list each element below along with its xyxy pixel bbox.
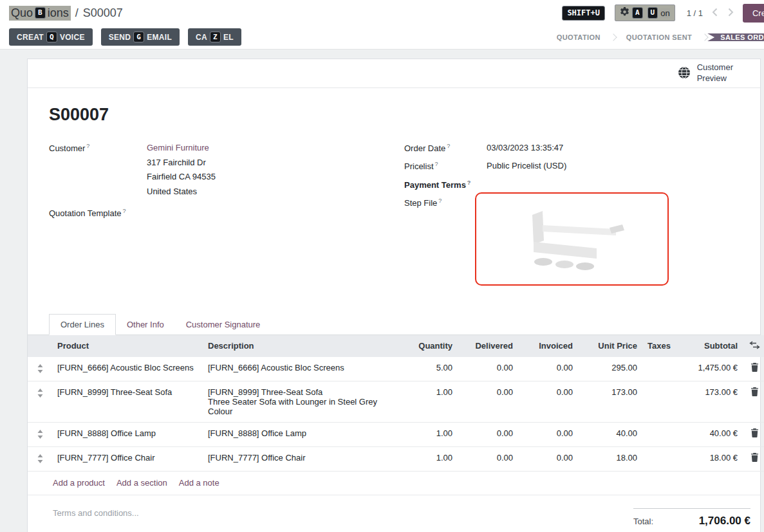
trash-icon — [750, 389, 759, 398]
drag-handle[interactable] — [28, 446, 52, 471]
drag-handle[interactable] — [28, 357, 52, 381]
keyboard-hint-g: G — [133, 32, 144, 43]
delivered-cell[interactable]: 0.00 — [458, 381, 518, 422]
quantity-cell[interactable]: 1.00 — [396, 446, 458, 471]
tab-customer-signature[interactable]: Customer Signature — [175, 315, 272, 335]
breadcrumb-current-record: S00007 — [83, 6, 123, 20]
product-cell[interactable]: [FURN_8888] Office Lamp — [52, 422, 203, 446]
invoiced-cell[interactable]: 0.00 — [518, 357, 578, 381]
product-cell[interactable]: [FURN_8999] Three-Seat Sofa — [52, 381, 203, 422]
order-line-row[interactable]: [FURN_6666] Acoustic Bloc Screens [FURN_… — [28, 357, 764, 381]
invoiced-cell[interactable]: 0.00 — [518, 422, 578, 446]
taxes-cell[interactable] — [642, 381, 672, 422]
optional-columns-button[interactable] — [743, 335, 764, 357]
quantity-cell[interactable]: 5.00 — [396, 357, 458, 381]
sheet-footer: Terms and conditions... Total: 1,706.00 … — [28, 495, 760, 527]
terms-and-conditions-placeholder[interactable]: Terms and conditions... — [53, 508, 139, 527]
delivered-cell[interactable]: 0.00 — [458, 422, 518, 446]
statusbar: QUOTATION QUOTATION SENT SALES ORDER — [546, 26, 764, 49]
invoiced-cell[interactable]: 0.00 — [518, 446, 578, 471]
cancel-label-prefix: CA — [196, 33, 207, 42]
customer-value-link[interactable]: Gemini Furniture — [147, 143, 209, 152]
add-note-link[interactable]: Add a note — [179, 478, 219, 488]
description-cell[interactable]: [FURN_8999] Three-Seat Sofa Three Seater… — [203, 381, 396, 422]
keyboard-hint-z: Z — [210, 32, 221, 43]
quantity-cell[interactable]: 1.00 — [396, 381, 458, 422]
order-line-row[interactable]: [FURN_7777] Office Chair [FURN_7777] Off… — [28, 446, 764, 471]
total-summary: Total: 1,706.00 € — [633, 508, 750, 527]
taxes-cell[interactable] — [642, 357, 672, 381]
cancel-label-suffix: EL — [223, 33, 234, 42]
drag-handle[interactable] — [28, 422, 52, 446]
delete-line-button[interactable] — [743, 357, 764, 381]
action-menu-button[interactable]: A U on — [615, 5, 675, 21]
address-line: United States — [147, 185, 404, 199]
field-groups: Customer? Gemini Furniture 317 Fairchild… — [28, 143, 760, 293]
step-file-label: Step File? — [404, 197, 475, 208]
product-column-header: Product — [52, 335, 203, 357]
breadcrumb: QuoBions / S00007 — [9, 6, 123, 21]
customer-label: Customer? — [49, 143, 147, 153]
delivered-cell[interactable]: 0.00 — [458, 446, 518, 471]
payment-terms-label: Payment Terms? — [404, 179, 487, 190]
delete-line-button[interactable] — [743, 422, 764, 446]
delete-line-button[interactable] — [743, 381, 764, 422]
form-sheet: Customer Preview S00007 Customer? Gemini… — [27, 59, 761, 532]
statusbar-stage-quotation-sent[interactable]: QUOTATION SENT — [616, 33, 702, 41]
customer-preview-button[interactable]: Customer Preview — [678, 62, 733, 84]
order-line-row[interactable]: [FURN_8888] Office Lamp [FURN_8888] Offi… — [28, 422, 764, 446]
subtotal-cell: 40.00 € — [672, 422, 743, 446]
delivered-column-header: Delivered — [458, 335, 518, 357]
subtotal-cell: 1,475.00 € — [672, 357, 743, 381]
create-button[interactable]: Create — [743, 4, 764, 23]
description-cell[interactable]: [FURN_6666] Acoustic Bloc Screens — [203, 357, 396, 381]
pager-previous-button[interactable] — [711, 6, 719, 20]
keyboard-hint-b: B — [35, 7, 46, 19]
send-email-label-suffix: EMAIL — [147, 33, 172, 42]
customer-preview-label: Customer Preview — [697, 62, 733, 84]
keyboard-hint-shift-u: SHIFT+U — [562, 6, 605, 21]
pager-next-button[interactable] — [727, 6, 735, 20]
breadcrumb-section-prefix: Quo — [11, 6, 33, 20]
field-group-left: Customer? Gemini Furniture 317 Fairchild… — [49, 143, 404, 293]
taxes-cell[interactable] — [642, 446, 672, 471]
quantity-cell[interactable]: 1.00 — [396, 422, 458, 446]
subtotal-cell: 18.00 € — [672, 446, 743, 471]
description-cell[interactable]: [FURN_7777] Office Chair — [203, 446, 396, 471]
statusbar-separator-icon — [701, 33, 708, 41]
order-date-value[interactable]: 03/03/2023 13:35:47 — [487, 143, 563, 152]
statusbar-stage-sales-order-active[interactable]: SALES ORDER — [707, 33, 764, 41]
description-column-header: Description — [203, 335, 396, 357]
add-product-link[interactable]: Add a product — [53, 478, 105, 488]
payment-terms-field-row: Payment Terms? — [404, 179, 750, 190]
tab-other-info[interactable]: Other Info — [116, 315, 175, 335]
product-cell[interactable]: [FURN_7777] Office Chair — [52, 446, 203, 471]
product-cell[interactable]: [FURN_6666] Acoustic Bloc Screens — [52, 357, 203, 381]
unit-price-cell[interactable]: 295.00 — [578, 357, 642, 381]
unit-price-cell[interactable]: 40.00 — [578, 422, 642, 446]
tab-order-lines[interactable]: Order Lines — [49, 314, 116, 335]
add-section-link[interactable]: Add a section — [116, 478, 167, 488]
customer-address: 317 Fairchild Dr Fairfield CA 94535 Unit… — [147, 156, 404, 198]
taxes-cell[interactable] — [642, 422, 672, 446]
description-cell[interactable]: [FURN_8888] Office Lamp — [203, 422, 396, 446]
order-line-row[interactable]: [FURN_8999] Three-Seat Sofa [FURN_8999] … — [28, 381, 764, 422]
pricelist-value[interactable]: Public Pricelist (USD) — [487, 161, 566, 170]
send-email-button[interactable]: SENDGEMAIL — [101, 28, 180, 46]
create-invoice-button[interactable]: CREATQVOICE — [9, 28, 93, 46]
help-icon: ? — [123, 208, 126, 214]
keyboard-hint-a: A — [632, 7, 643, 19]
unit-price-cell[interactable]: 18.00 — [578, 446, 642, 471]
drag-handle[interactable] — [28, 381, 52, 422]
delete-line-button[interactable] — [743, 446, 764, 471]
customer-field-row: Customer? Gemini Furniture — [49, 143, 404, 153]
unit-price-cell[interactable]: 173.00 — [578, 381, 642, 422]
step-file-image[interactable] — [475, 192, 669, 286]
statusbar-stage-quotation[interactable]: QUOTATION — [546, 33, 611, 41]
create-invoice-label-prefix: CREAT — [17, 33, 44, 42]
invoiced-cell[interactable]: 0.00 — [518, 381, 578, 422]
breadcrumb-quotations-link[interactable]: QuoBions — [9, 6, 71, 21]
delivered-cell[interactable]: 0.00 — [458, 357, 518, 381]
pager-counter: 1 / 1 — [687, 8, 703, 18]
cancel-button[interactable]: CAZEL — [188, 28, 241, 46]
